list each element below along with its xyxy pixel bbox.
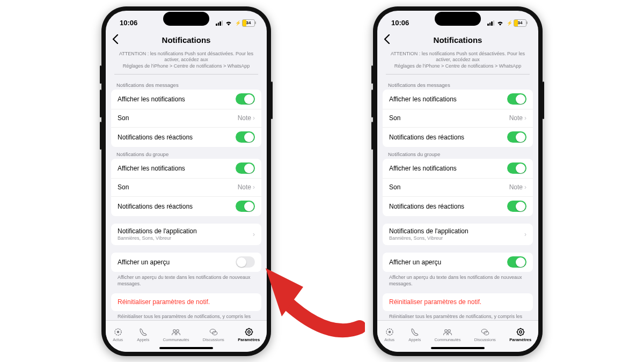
wifi-icon — [225, 20, 232, 26]
section-header-group: Notifications du groupe — [383, 147, 533, 159]
push-warning: ATTENTION : les notifications Push sont … — [386, 51, 530, 75]
battery-icon: ⚡ 34 — [235, 19, 255, 27]
reset-footer: Réinitialiser tous les paramètres de not… — [111, 311, 261, 320]
toggle-messages-reactions[interactable] — [507, 131, 526, 143]
back-button[interactable] — [384, 34, 390, 47]
tab-discussions[interactable]: Discussions — [474, 327, 496, 342]
row-messages-show[interactable]: Afficher les notifications — [383, 90, 533, 109]
phone-right: 10:06 ⚡ 34 Notifications ATT — [373, 6, 543, 356]
tab-communautes[interactable]: Communautés — [163, 327, 189, 342]
toggle-preview[interactable] — [236, 256, 255, 268]
svg-point-15 — [519, 330, 522, 333]
row-reset[interactable]: Réinitialiser paramètres de notif. — [383, 293, 533, 311]
toggle-group-show[interactable] — [507, 162, 526, 174]
chevron-right-icon: › — [253, 231, 255, 238]
row-group-show[interactable]: Afficher les notifications — [383, 159, 533, 178]
tab-parametres[interactable]: Paramètres — [238, 327, 260, 342]
row-app-notifications[interactable]: Notifications de l'application Bannières… — [111, 224, 261, 245]
toggle-messages-show[interactable] — [236, 93, 255, 105]
toggle-messages-show[interactable] — [507, 93, 526, 105]
tab-appels[interactable]: Appels — [408, 327, 421, 342]
preview-footer: Afficher un aperçu du texte dans les not… — [111, 272, 261, 287]
home-indicator — [159, 347, 213, 349]
status-ring-icon — [113, 327, 123, 337]
dynamic-island — [435, 12, 481, 26]
svg-point-1 — [116, 330, 119, 333]
chevron-right-icon: › — [253, 114, 255, 122]
toggle-preview[interactable] — [507, 256, 526, 268]
row-messages-reactions[interactable]: Notifications des réactions — [111, 127, 261, 147]
nav-header: Notifications — [106, 35, 267, 50]
section-header-messages: Notifications des messages — [111, 78, 261, 90]
tab-actus[interactable]: Actus — [113, 327, 123, 342]
row-group-reactions[interactable]: Notifications des réactions — [383, 196, 533, 216]
row-preview[interactable]: Afficher un aperçu — [111, 253, 261, 272]
cellular-icon — [216, 20, 223, 26]
phone-icon — [409, 327, 420, 337]
wifi-icon — [496, 20, 504, 26]
chevron-right-icon: › — [253, 183, 255, 191]
chevron-right-icon: › — [524, 231, 526, 238]
chevron-right-icon: › — [524, 114, 526, 122]
section-header-group: Notifications du groupe — [111, 147, 261, 159]
status-time: 10:06 — [391, 19, 409, 27]
nav-header: Notifications — [377, 35, 538, 50]
row-preview[interactable]: Afficher un aperçu — [383, 253, 533, 272]
home-indicator — [431, 347, 485, 349]
people-icon — [442, 327, 453, 337]
tab-appels[interactable]: Appels — [137, 327, 149, 342]
row-group-show[interactable]: Afficher les notifications — [111, 159, 261, 178]
toggle-group-show[interactable] — [236, 162, 255, 174]
phone-left: 10:06 ⚡ 34 Notifications ATT — [101, 6, 271, 356]
row-messages-reactions[interactable]: Notifications des réactions — [383, 127, 533, 147]
people-icon — [171, 327, 181, 337]
status-time: 10:06 — [120, 19, 137, 27]
gear-icon — [515, 327, 526, 337]
toggle-messages-reactions[interactable] — [236, 131, 255, 143]
row-messages-sound[interactable]: Son Note› — [111, 109, 261, 127]
row-reset[interactable]: Réinitialiser paramètres de notif. — [111, 293, 261, 311]
status-ring-icon — [384, 327, 395, 337]
section-header-messages: Notifications des messages — [383, 78, 533, 90]
cellular-icon — [487, 20, 494, 26]
row-app-notifications[interactable]: Notifications de l'application Bannières… — [383, 224, 533, 245]
svg-point-2 — [173, 329, 176, 332]
svg-point-10 — [445, 329, 448, 332]
chat-bubbles-icon — [208, 327, 219, 337]
svg-point-3 — [177, 329, 179, 332]
page-title: Notifications — [162, 35, 211, 45]
battery-icon: ⚡ 34 — [506, 19, 526, 27]
row-group-sound[interactable]: Son Note› — [111, 178, 261, 196]
toggle-group-reactions[interactable] — [507, 201, 526, 212]
chat-bubbles-icon — [480, 327, 491, 337]
chevron-right-icon: › — [524, 183, 526, 191]
phone-icon — [138, 327, 149, 337]
reset-footer: Réinitialiser tous les paramètres de not… — [383, 311, 533, 320]
tab-discussions[interactable]: Discussions — [203, 327, 224, 342]
dynamic-island — [163, 12, 209, 26]
toggle-group-reactions[interactable] — [236, 201, 255, 212]
svg-point-9 — [388, 330, 391, 333]
row-messages-show[interactable]: Afficher les notifications — [111, 90, 261, 109]
svg-point-11 — [448, 329, 451, 332]
tab-parametres[interactable]: Paramètres — [509, 327, 531, 342]
back-button[interactable] — [112, 34, 119, 47]
gear-icon — [244, 327, 254, 337]
row-group-reactions[interactable]: Notifications des réactions — [111, 196, 261, 216]
row-messages-sound[interactable]: Son Note› — [383, 109, 533, 127]
row-group-sound[interactable]: Son Note› — [383, 178, 533, 196]
tab-communautes[interactable]: Communautés — [435, 327, 461, 342]
preview-footer: Afficher un aperçu du texte dans les not… — [383, 272, 533, 287]
tab-actus[interactable]: Actus — [384, 327, 395, 342]
page-title: Notifications — [434, 35, 482, 45]
push-warning: ATTENTION : les notifications Push sont … — [114, 51, 258, 75]
svg-point-7 — [248, 330, 251, 333]
